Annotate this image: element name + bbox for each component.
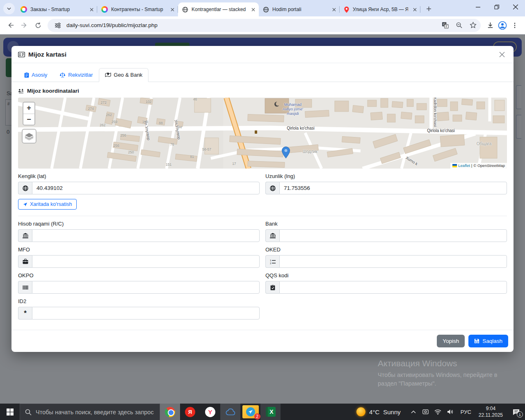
zoom-out-button[interactable]: − — [23, 114, 34, 125]
taskbar-chrome-icon[interactable] — [160, 404, 180, 420]
lng-input[interactable] — [279, 182, 507, 194]
wifi-icon[interactable] — [433, 405, 443, 418]
language-indicator[interactable]: РУС — [457, 404, 475, 420]
zoom-indicator-icon[interactable] — [454, 20, 464, 31]
window-minimize-button[interactable] — [468, 0, 487, 14]
taskbar-weather-widget[interactable]: 4°C Sunny — [351, 404, 406, 420]
profile-avatar-icon[interactable] — [496, 19, 509, 32]
map-marker-pin[interactable] — [282, 146, 290, 159]
map-attribution: Leaflet | © OpenStreetMap — [450, 163, 507, 169]
show-on-map-button[interactable]: Xaritada ko'rsatish — [18, 199, 77, 210]
house-number: 56-57 — [202, 147, 211, 151]
tab-close-icon[interactable] — [250, 6, 256, 13]
tray-chevron-up-icon[interactable] — [408, 405, 419, 418]
map-layers-control[interactable] — [22, 129, 37, 144]
house-number: 274 — [88, 107, 94, 111]
download-icon[interactable] — [484, 19, 496, 32]
qqs-label: QQS kodi — [265, 272, 507, 278]
tab-close-icon[interactable] — [331, 6, 337, 13]
tab-geo-bank-active[interactable]: Geo & Bank — [99, 68, 148, 82]
tab-hodim-portali[interactable]: Hodim portali — [259, 2, 340, 16]
tab-yandex-maps[interactable]: Улица Янги Аср, 5В — Я — [340, 2, 420, 16]
show-on-map-label: Xaritada ko'rsatish — [30, 201, 72, 207]
tab-zakazy-smartup[interactable]: Заказы - Smartup — [16, 2, 97, 16]
taskbar-yandex-icon[interactable]: Y — [200, 404, 220, 420]
taskbar-empty-area — [281, 404, 351, 420]
windows-activation-watermark: Активация Windows Чтобы активировать Win… — [378, 358, 513, 388]
new-tab-button[interactable] — [423, 3, 434, 14]
taskbar-search-box[interactable]: Чтобы начать поиск, введите здесь запрос — [20, 404, 160, 420]
taskbar-excel-icon[interactable]: X — [260, 404, 281, 420]
oked-input[interactable] — [279, 255, 507, 268]
briefcase-icon — [18, 255, 32, 268]
modal-title-text: Mijoz kartasi — [28, 51, 66, 58]
taskbar-cloud-app-icon[interactable] — [220, 404, 240, 420]
oked-label: OKED — [265, 247, 507, 253]
bank-input-group — [265, 229, 507, 242]
osm-attribution[interactable]: © OpenStreetMap — [473, 163, 505, 168]
modal-header: Mijoz kartasi — [11, 46, 514, 63]
account-input[interactable] — [32, 229, 260, 242]
bank-input[interactable] — [279, 229, 507, 242]
menu-kebab-icon[interactable] — [509, 19, 521, 32]
action-center-button[interactable]: 1 — [507, 404, 525, 420]
clock-time: 9:04 — [486, 405, 495, 412]
zoom-in-button[interactable]: + — [23, 103, 34, 114]
tab-close-icon[interactable] — [411, 6, 418, 13]
id2-input[interactable] — [32, 307, 260, 320]
tab-close-icon[interactable] — [88, 6, 95, 13]
house-number: 76 — [170, 142, 174, 146]
account-input-group — [18, 229, 260, 242]
toolbar-right — [484, 19, 521, 32]
lat-input-group — [18, 182, 260, 194]
leaflet-link[interactable]: Leaflet — [458, 163, 470, 168]
reload-icon[interactable] — [32, 19, 44, 32]
map-section-title: Mijoz koordinatalari — [18, 88, 507, 94]
taskbar-yandex-browser-icon[interactable]: Я — [180, 404, 200, 420]
tab-kontragenty-smartup[interactable]: Контрагенты - Smartup — [97, 2, 178, 16]
tab-search-chevron-icon[interactable] — [3, 3, 15, 14]
map-label: Kadrdon ko'chasi — [433, 98, 437, 127]
clock-widget[interactable]: 9:04 22.11.2025 — [475, 404, 507, 420]
tab-label: Контрагенты - Smartup — [111, 7, 166, 12]
bookmark-star-icon[interactable] — [468, 20, 478, 31]
tab-asosiy[interactable]: Asosiy — [18, 68, 53, 82]
mfo-input-group — [18, 255, 260, 268]
tab-kontragentlar-stacked-active[interactable]: Kontragentlar — stacked — [178, 2, 259, 16]
house-number: 262 — [106, 113, 112, 117]
map-label: Общага — [477, 142, 491, 146]
lat-input[interactable] — [32, 182, 260, 194]
back-icon[interactable] — [4, 19, 16, 32]
close-button[interactable]: Yopish — [437, 335, 465, 347]
smartup-favicon — [101, 6, 108, 13]
okpo-input[interactable] — [32, 281, 260, 294]
start-button[interactable] — [0, 404, 20, 420]
tab-rekvizitlar[interactable]: Rekvizitlar — [53, 68, 99, 82]
tab-label: Kontragentlar — stacked — [192, 7, 247, 12]
house-number: 272 — [101, 100, 107, 105]
tab-label: Rekvizitlar — [68, 72, 93, 78]
notification-badge: 1 — [517, 411, 523, 418]
globe-favicon — [182, 7, 188, 13]
translate-icon[interactable]: G — [440, 20, 450, 31]
window-close-button[interactable] — [506, 0, 525, 14]
smartup-favicon — [21, 6, 27, 13]
tray-app-icon[interactable] — [420, 405, 431, 418]
taskbar-telegram-icon[interactable]: 2 — [240, 404, 260, 420]
omnibox[interactable]: daily-suvi.com/19l/public/mijozlar.php G — [48, 19, 481, 32]
tab-close-icon[interactable] — [169, 6, 176, 13]
mfo-input[interactable] — [32, 255, 260, 268]
bank-icon — [18, 229, 32, 242]
window-restore-button[interactable] — [487, 0, 506, 14]
qqs-input[interactable] — [279, 281, 507, 294]
forward-icon[interactable] — [18, 19, 30, 32]
leaflet-map[interactable]: 46272274262259262102138889425625625056-5… — [18, 98, 507, 169]
site-settings-icon[interactable] — [52, 20, 63, 31]
lng-input-group — [265, 182, 507, 194]
volume-icon[interactable] — [445, 405, 456, 418]
url-text[interactable]: daily-suvi.com/19l/public/mijozlar.php — [66, 22, 436, 28]
barcode-icon — [18, 281, 32, 294]
save-button[interactable]: Saqlash — [468, 335, 508, 347]
modal-close-icon[interactable] — [497, 50, 507, 59]
id2-label: ID2 — [18, 298, 260, 304]
